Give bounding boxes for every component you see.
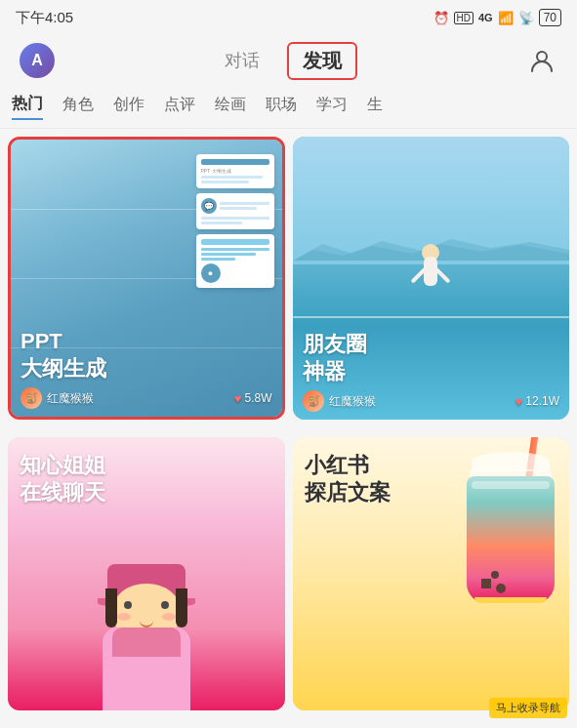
app-logo[interactable]: A [20,43,55,78]
category-draw[interactable]: 绘画 [215,95,246,119]
xiaohongshu-title-container: 小红书探店文案 [305,452,391,506]
slide-stack: PPT 大纲生成 💬 [196,154,274,288]
nav-bar: A 对话 发现 [0,35,577,86]
friend-likes-count: 12.1W [525,394,559,408]
category-hot[interactable]: 热门 [12,94,43,120]
zhixin-bg: 知心姐姐在线聊天 [8,437,285,710]
ppt-footer: 🐒 红魔猴猴 ♥ 5.8W [21,387,272,409]
content-grid: PPT 大纲生成 💬 [0,129,577,728]
ppt-likes: ♥ 5.8W [234,391,272,406]
watermark: 马上收录导航 [489,698,567,718]
friend-heart-icon: ♥ [515,394,523,409]
category-bar: 热门 角色 创作 点评 绘画 职场 学习 生 [0,86,577,129]
logo-letter: A [31,52,43,69]
figure [406,244,455,312]
category-life[interactable]: 生 [367,95,383,119]
nav-tab-talk[interactable]: 对话 [225,49,260,72]
slide-preview-3: ● [196,234,274,288]
ppt-author-name: 红魔猴猴 [47,390,94,407]
slide-preview-1: PPT 大纲生成 [196,154,274,188]
friend-likes: ♥ 12.1W [515,394,559,409]
battery-icon: 70 [539,9,561,26]
friend-text-overlay: 朋友圈神器 🐒 红魔猴猴 ♥ 12.1W [293,321,570,420]
ppt-heart-icon: ♥ [234,391,242,406]
sea-scene: 朋友圈神器 🐒 红魔猴猴 ♥ 12.1W [293,137,570,420]
card-ppt[interactable]: PPT 大纲生成 💬 [8,137,285,420]
card-friend[interactable]: 朋友圈神器 🐒 红魔猴猴 ♥ 12.1W [293,137,570,420]
signal-icon: 📶 [498,11,514,25]
xiaohongshu-bg: 小红书探店文案 [293,437,570,710]
category-review[interactable]: 点评 [164,95,195,119]
friend-author: 🐒 红魔猴猴 [303,390,376,412]
status-bar: 下午4:05 ⏰ HD 4G 📶 📡 70 [0,0,577,35]
wifi-icon: 📡 [518,11,534,25]
card-zhixin[interactable]: 知心姐姐在线聊天 [8,437,285,710]
alarm-icon: ⏰ [433,11,449,25]
drink-cup [467,457,555,603]
category-create[interactable]: 创作 [113,95,144,119]
hd-badge: HD [454,12,474,24]
category-work[interactable]: 职场 [266,95,297,119]
nav-tab-discover[interactable]: 发现 [287,42,357,80]
ppt-text-overlay: PPT大纲生成 🐒 红魔猴猴 ♥ 5.8W [11,318,282,417]
status-icons: ⏰ HD 4G 📶 📡 70 [433,9,562,26]
zhixin-title: 知心姐姐在线聊天 [20,452,105,506]
network-icon: 4G [478,12,493,23]
card-xiaohongshu[interactable]: 小红书探店文案 [293,437,570,710]
friend-title: 朋友圈神器 [303,331,560,384]
ppt-likes-count: 5.8W [244,391,271,405]
ppt-title: PPT大纲生成 [21,328,272,382]
nav-tabs: 对话 发现 [225,42,357,80]
category-role[interactable]: 角色 [62,95,94,119]
slide-preview-2: 💬 [196,193,274,229]
friend-avatar: 🐒 [303,390,324,412]
xiaohongshu-title: 小红书探店文案 [305,452,391,506]
ppt-avatar: 🐒 [21,387,42,409]
friend-footer: 🐒 红魔猴猴 ♥ 12.1W [303,390,560,412]
category-study[interactable]: 学习 [316,95,348,119]
ppt-author: 🐒 红魔猴猴 [21,387,94,409]
girl-illustration [78,554,215,710]
status-time: 下午4:05 [16,9,73,27]
user-icon[interactable] [526,45,557,76]
zhixin-title-container: 知心姐姐在线聊天 [20,452,105,506]
ppt-background: PPT 大纲生成 💬 [11,140,282,417]
svg-point-0 [537,52,547,61]
friend-author-name: 红魔猴猴 [329,393,376,410]
